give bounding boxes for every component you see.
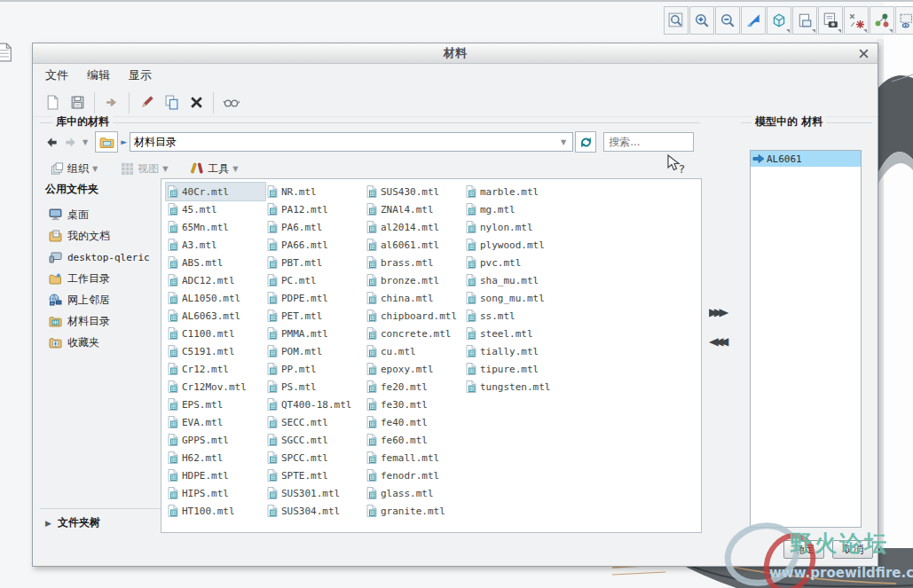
- file-item[interactable]: AL6063.mtl: [166, 307, 265, 325]
- file-item[interactable]: tungsten.mtl: [464, 378, 563, 396]
- zoom-out-button[interactable]: [715, 6, 740, 35]
- file-item[interactable]: pvc.mtl: [464, 254, 563, 271]
- file-item[interactable]: HT100.mtl: [166, 502, 265, 520]
- file-item[interactable]: ABS.mtl: [166, 254, 265, 271]
- address-input[interactable]: [130, 132, 573, 152]
- model-materials-list[interactable]: AL6061: [750, 150, 862, 528]
- file-item[interactable]: granite.mtl: [365, 502, 464, 520]
- sidebar-item-material-directory[interactable]: 材料目录: [40, 310, 161, 332]
- edit-button[interactable]: [135, 91, 158, 114]
- file-item[interactable]: glass.mtl: [365, 484, 464, 502]
- saved-views-button[interactable]: [792, 6, 817, 35]
- file-item[interactable]: EVA.mtl: [166, 413, 265, 431]
- file-item[interactable]: china.mtl: [365, 289, 464, 307]
- file-item[interactable]: Cr12.mtl: [166, 360, 265, 378]
- file-item[interactable]: SUS430.mtl: [365, 183, 464, 200]
- file-item[interactable]: PDPE.mtl: [265, 289, 365, 307]
- document-icon[interactable]: [0, 43, 13, 62]
- file-item[interactable]: SGCC.mtl: [265, 431, 365, 449]
- sidebar-item-favorites[interactable]: 收藏夹: [40, 332, 161, 353]
- file-item[interactable]: 40Cr.mtl: [166, 183, 265, 200]
- file-item[interactable]: femall.mtl: [365, 449, 464, 466]
- copy-button[interactable]: [160, 91, 183, 114]
- file-item[interactable]: POM.mtl: [265, 342, 365, 360]
- file-item[interactable]: NR.mtl: [265, 183, 365, 200]
- model-material-item[interactable]: AL6061: [751, 151, 861, 167]
- file-item[interactable]: al2014.mtl: [365, 218, 464, 236]
- display-style-button[interactable]: [767, 6, 791, 35]
- file-item[interactable]: fe30.mtl: [365, 396, 464, 413]
- search-input[interactable]: [603, 132, 694, 152]
- file-item[interactable]: al6061.mtl: [365, 236, 464, 254]
- file-item[interactable]: PC.mtl: [265, 271, 365, 289]
- snapshot-button[interactable]: [818, 6, 843, 35]
- visibility-button[interactable]: [895, 6, 913, 35]
- cancel-button[interactable]: 取消: [832, 540, 873, 559]
- file-item[interactable]: concrete.mtl: [365, 325, 464, 342]
- file-item[interactable]: HIPS.mtl: [166, 484, 265, 502]
- file-item[interactable]: C1100.mtl: [166, 325, 265, 342]
- file-item[interactable]: GPPS.mtl: [166, 431, 265, 449]
- folder-up-button[interactable]: [95, 131, 118, 153]
- file-item[interactable]: PP.mtl: [265, 360, 365, 378]
- add-to-model-button[interactable]: ▶▶▶: [709, 303, 741, 321]
- file-item[interactable]: cu.mtl: [365, 342, 464, 360]
- repaint-button[interactable]: [741, 6, 766, 35]
- file-item[interactable]: 65Mn.mtl: [166, 218, 265, 236]
- material-file-list[interactable]: 40Cr.mtl 45.mtl 65Mn.mtl A3.mtl ABS.mtl …: [161, 178, 702, 533]
- file-item[interactable]: HDPE.mtl: [166, 466, 265, 484]
- file-item[interactable]: ZNAl4.mtl: [365, 200, 464, 218]
- sidebar-item-computer[interactable]: desktop-qleric: [40, 247, 161, 268]
- zoom-in-button[interactable]: [689, 6, 714, 35]
- path-expand-caret-icon[interactable]: ►: [120, 137, 128, 146]
- file-item[interactable]: PA12.mtl: [265, 200, 365, 218]
- ok-button[interactable]: 确定: [783, 540, 824, 559]
- file-item[interactable]: SUS304.mtl: [265, 502, 365, 520]
- file-item[interactable]: nylon.mtl: [464, 218, 563, 236]
- remove-from-model-button[interactable]: ◀◀◀: [709, 333, 741, 350]
- back-button[interactable]: [43, 134, 60, 151]
- sidebar-item-working-directory[interactable]: 工作目录: [40, 268, 161, 289]
- file-item[interactable]: epoxy.mtl: [365, 360, 464, 378]
- file-item[interactable]: fe60.mtl: [365, 431, 464, 449]
- file-item[interactable]: tipure.mtl: [464, 360, 563, 378]
- file-item[interactable]: brass.mtl: [365, 254, 464, 271]
- address-dropdown-caret-icon[interactable]: ▼: [561, 138, 566, 146]
- close-button[interactable]: [857, 47, 870, 60]
- tools-menu[interactable]: 工具 ▼: [191, 161, 238, 176]
- file-item[interactable]: steel.mtl: [464, 325, 563, 342]
- file-item[interactable]: PA6.mtl: [265, 218, 365, 236]
- file-item[interactable]: PS.mtl: [265, 378, 365, 396]
- file-item[interactable]: sha_mu.mtl: [464, 271, 563, 289]
- file-item[interactable]: H62.mtl: [166, 449, 265, 466]
- file-item[interactable]: PBT.mtl: [265, 254, 365, 271]
- zoom-window-button[interactable]: [664, 6, 689, 35]
- file-item[interactable]: AL1050.mtl: [166, 289, 265, 307]
- view-menu[interactable]: 视图 ▼: [121, 161, 168, 176]
- new-file-button[interactable]: [41, 91, 64, 114]
- datum-display-button[interactable]: [844, 6, 869, 35]
- forward-button[interactable]: [62, 134, 79, 151]
- file-item[interactable]: PET.mtl: [265, 307, 365, 325]
- view-properties-button[interactable]: [219, 91, 242, 114]
- file-item[interactable]: Cr12Mov.mtl: [166, 378, 265, 396]
- file-item[interactable]: fenodr.mtl: [365, 466, 464, 484]
- file-item[interactable]: ss.mtl: [464, 307, 563, 325]
- file-item[interactable]: 45.mtl: [166, 200, 265, 218]
- file-item[interactable]: chipboard.mtl: [365, 307, 464, 325]
- file-item[interactable]: bronze.mtl: [365, 271, 464, 289]
- dialog-titlebar[interactable]: 材料: [33, 43, 878, 64]
- sidebar-item-my-documents[interactable]: 我的文档: [40, 225, 161, 247]
- sidebar-item-desktop[interactable]: 桌面: [40, 204, 161, 225]
- file-item[interactable]: C5191.mtl: [166, 342, 265, 360]
- file-item[interactable]: ADC12.mtl: [166, 271, 265, 289]
- file-item[interactable]: SUS301.mtl: [265, 484, 365, 502]
- menu-edit[interactable]: 编辑: [87, 67, 110, 83]
- file-item[interactable]: SPTE.mtl: [265, 466, 365, 484]
- file-item[interactable]: PA66.mtl: [265, 236, 365, 254]
- file-item[interactable]: A3.mtl: [166, 236, 265, 254]
- file-item[interactable]: marble.mtl: [464, 183, 563, 200]
- file-item[interactable]: SECC.mtl: [265, 413, 365, 431]
- file-item[interactable]: EPS.mtl: [166, 396, 265, 413]
- delete-button[interactable]: [185, 91, 208, 114]
